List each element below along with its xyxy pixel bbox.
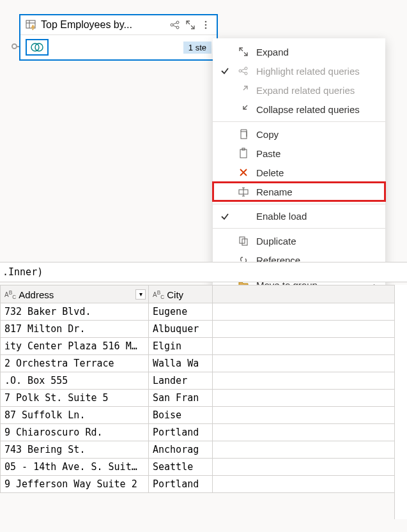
cell-spacer: [213, 338, 407, 355]
related-icon: [237, 65, 250, 77]
cell-address[interactable]: 2 Orchestra Terrace: [1, 355, 149, 372]
cell-city[interactable]: Portland: [149, 424, 213, 441]
grid-spacer: [213, 285, 407, 303]
menu-item-expand[interactable]: Expand: [213, 42, 385, 61]
cell-spacer: [213, 441, 407, 459]
related-icon[interactable]: [169, 19, 181, 31]
query-card-header: Top Employees by...: [20, 15, 217, 35]
cell-address[interactable]: .O. Box 555: [1, 372, 149, 390]
svg-rect-18: [241, 132, 247, 139]
query-title: Top Employees by...: [41, 19, 165, 31]
cell-address[interactable]: 9 Jefferson Way Suite 2: [1, 476, 149, 493]
expand-out-icon: [237, 84, 250, 96]
menu-item-expand_related: Expand related queries: [213, 80, 385, 100]
table-row[interactable]: 743 Bering St.Anchorag: [1, 441, 407, 459]
table-row[interactable]: 2 Orchestra TerraceWalla Wa: [1, 355, 407, 372]
menu-separator: [213, 228, 385, 229]
menu-item-label: Highlight related queries: [256, 66, 376, 77]
more-icon[interactable]: [200, 19, 211, 31]
collapse-in-icon: [237, 103, 250, 115]
cell-address[interactable]: 732 Baker Blvd.: [1, 303, 149, 321]
table-row[interactable]: 817 Milton Dr.Albuquer: [1, 321, 407, 338]
svg-point-15: [245, 72, 247, 75]
svg-point-4: [176, 21, 179, 24]
formula-bar-fragment[interactable]: .Inner): [0, 262, 407, 282]
cell-city[interactable]: Walla Wa: [149, 355, 213, 372]
menu-item-label: Copy: [256, 129, 376, 140]
check-icon: [219, 66, 231, 75]
svg-line-16: [242, 69, 245, 70]
cell-city[interactable]: Albuquer: [149, 321, 213, 338]
step-count-badge[interactable]: 1 ste: [183, 42, 211, 54]
check-icon: [219, 212, 231, 221]
column-name: City: [167, 289, 183, 300]
column-header-address[interactable]: ABC Address ▾: [1, 285, 149, 303]
text-type-icon: ABC: [153, 289, 164, 300]
menu-item-delete[interactable]: Delete: [213, 163, 385, 182]
cell-address[interactable]: 817 Milton Dr.: [1, 321, 149, 338]
menu-item-collapse_related[interactable]: Collapse related queries: [213, 100, 385, 119]
cell-city[interactable]: Anchorag: [149, 441, 213, 459]
duplicate-icon: [237, 235, 250, 247]
cell-address[interactable]: 87 Suffolk Ln.: [1, 407, 149, 424]
svg-point-13: [239, 70, 242, 72]
expand-icon: [237, 46, 250, 57]
query-node-card[interactable]: Top Employees by... 1 ste: [19, 14, 218, 61]
svg-line-6: [173, 23, 176, 24]
menu-item-paste[interactable]: Paste: [213, 144, 385, 163]
cell-address[interactable]: 05 - 14th Ave. S. Suit…: [1, 459, 149, 476]
cell-city[interactable]: Elgin: [149, 338, 213, 355]
merge-step-icon[interactable]: [26, 39, 49, 56]
svg-point-8: [205, 21, 207, 23]
connector-dot: [12, 43, 17, 49]
table-row[interactable]: 732 Baker Blvd.Eugene: [1, 303, 407, 321]
menu-item-label: Delete: [256, 167, 376, 178]
cell-city[interactable]: Lander: [149, 372, 213, 390]
menu-separator: [213, 204, 385, 204]
cell-city[interactable]: Eugene: [149, 303, 213, 321]
cell-address[interactable]: 9 Chiaroscuro Rd.: [1, 424, 149, 441]
grid-right-edge: [394, 285, 407, 519]
copy-icon: [237, 128, 250, 140]
menu-separator: [213, 121, 385, 122]
svg-point-9: [205, 24, 207, 26]
cell-spacer: [213, 424, 407, 441]
table-row[interactable]: 05 - 14th Ave. S. Suit…Seattle: [1, 459, 407, 476]
cell-city[interactable]: Seattle: [149, 459, 213, 476]
menu-item-copy[interactable]: Copy: [213, 125, 385, 144]
data-grid: ABC Address ▾ ABC City 732 Baker Blvd.Eu…: [0, 285, 407, 493]
table-row[interactable]: 7 Polk St. Suite 5San Fran: [1, 390, 407, 407]
table-row[interactable]: ity Center Plaza 516 M…Elgin: [1, 338, 407, 355]
cell-city[interactable]: San Fran: [149, 390, 213, 407]
column-filter-dropdown[interactable]: ▾: [135, 289, 146, 300]
menu-item-rename[interactable]: Rename: [213, 182, 385, 201]
menu-item-enable_load[interactable]: Enable load: [213, 207, 385, 225]
table-lightning-icon: [26, 19, 37, 31]
svg-point-10: [205, 27, 207, 29]
svg-rect-19: [240, 149, 247, 158]
cell-spacer: [213, 407, 407, 424]
table-row[interactable]: 9 Jefferson Way Suite 2Portland: [1, 476, 407, 493]
menu-item-label: Expand: [256, 47, 376, 57]
menu-item-label: Enable load: [256, 211, 376, 222]
cell-address[interactable]: 7 Polk St. Suite 5: [1, 390, 149, 407]
cell-address[interactable]: ity Center Plaza 516 M…: [1, 338, 149, 355]
cell-city[interactable]: Portland: [149, 476, 213, 493]
svg-line-7: [173, 26, 176, 27]
cell-spacer: [213, 355, 407, 372]
svg-point-5: [176, 26, 179, 29]
grid-header-row: ABC Address ▾ ABC City: [1, 285, 407, 303]
cell-city[interactable]: Boise: [149, 407, 213, 424]
table-row[interactable]: 87 Suffolk Ln.Boise: [1, 407, 407, 424]
query-card-body: 1 ste: [20, 35, 217, 59]
column-header-city[interactable]: ABC City: [149, 285, 213, 303]
cell-spacer: [213, 372, 407, 390]
table-row[interactable]: 9 Chiaroscuro Rd.Portland: [1, 424, 407, 441]
menu-item-label: Rename: [256, 186, 376, 197]
cell-address[interactable]: 743 Bering St.: [1, 441, 149, 459]
expand-icon[interactable]: [185, 19, 196, 31]
table-row[interactable]: .O. Box 555Lander: [1, 372, 407, 390]
svg-line-17: [242, 72, 245, 73]
menu-item-duplicate[interactable]: Duplicate: [213, 231, 385, 250]
cell-spacer: [213, 476, 407, 493]
